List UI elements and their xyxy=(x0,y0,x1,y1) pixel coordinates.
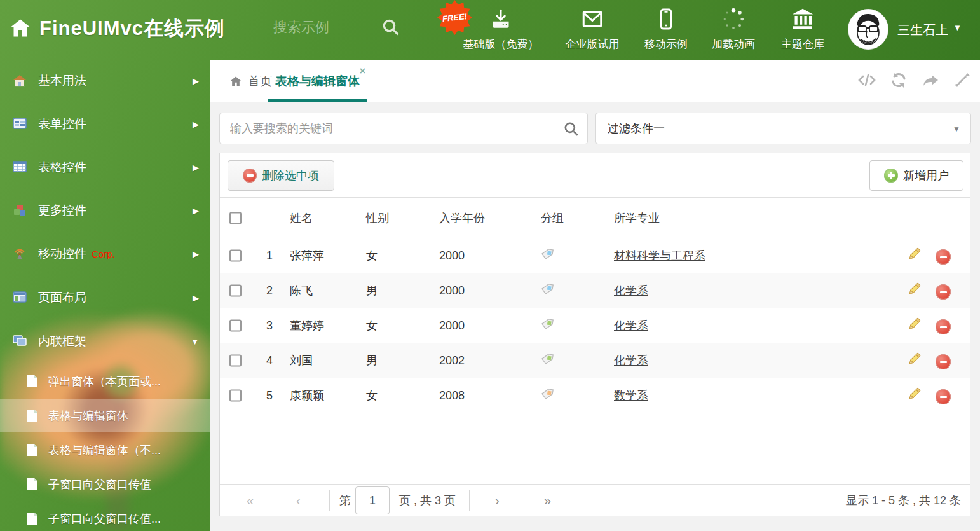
delete-button[interactable] xyxy=(936,353,951,368)
nav-item-theme-repo[interactable]: 主题仓库 xyxy=(755,6,850,52)
row-checkbox[interactable] xyxy=(229,320,242,332)
major-link[interactable]: 化学系 xyxy=(614,319,648,332)
source-code-icon[interactable] xyxy=(858,71,876,90)
sidebar-subitem-grid-edit-window-2[interactable]: 表格与编辑窗体（不... xyxy=(0,433,210,467)
row-checkbox[interactable] xyxy=(229,285,242,297)
sidebar-item-label: 表格控件 xyxy=(38,159,86,176)
delete-button[interactable] xyxy=(936,318,951,333)
user-dropdown-caret-icon[interactable]: ▼ xyxy=(953,23,962,32)
avatar[interactable] xyxy=(848,9,888,50)
sidebar-item-form-controls[interactable]: 表单控件 ▶ xyxy=(0,109,210,139)
grid-toolbar: 删除选中项 新增用户 xyxy=(220,153,970,198)
edit-button[interactable] xyxy=(906,282,922,300)
cubes-icon xyxy=(13,204,27,217)
cell-year: 2000 xyxy=(439,319,465,333)
top-header: FineUIMvc在线示例 FREE! 基础版（免费） 企业版试用 移动示例 xyxy=(0,0,980,60)
chevron-right-icon: ▶ xyxy=(193,163,199,172)
nav-label: 基础版（免费） xyxy=(453,37,548,52)
sidebar-subitem-child-to-parent-2[interactable]: 子窗口向父窗口传值... xyxy=(0,502,210,531)
column-header-gender[interactable]: 性别 xyxy=(366,210,389,226)
table-row: 2 陈飞 男 2000 化学系 xyxy=(220,273,970,308)
sidebar-subitem-grid-edit-window[interactable]: 表格与编辑窗体 xyxy=(0,399,210,432)
sidebar-item-more-controls[interactable]: 更多控件 ▶ xyxy=(0,195,210,226)
major-link[interactable]: 数学系 xyxy=(614,389,648,402)
last-page-button[interactable]: » xyxy=(544,493,551,507)
row-checkbox[interactable] xyxy=(229,355,242,367)
layout-icon xyxy=(13,291,27,304)
column-header-name[interactable]: 姓名 xyxy=(290,210,313,226)
cell-name: 陈飞 xyxy=(290,283,313,298)
page-number-input[interactable] xyxy=(355,486,390,514)
row-checkbox[interactable] xyxy=(229,250,242,262)
major-link[interactable]: 化学系 xyxy=(614,354,648,367)
minus-circle-icon xyxy=(936,249,951,265)
tag-icon xyxy=(541,318,554,334)
tag-icon xyxy=(541,388,554,404)
minus-circle-icon xyxy=(936,354,951,369)
refresh-icon[interactable] xyxy=(890,71,908,90)
header-search-icon[interactable] xyxy=(381,18,400,39)
row-index: 4 xyxy=(266,354,273,368)
column-header-year[interactable]: 入学年份 xyxy=(439,210,485,226)
delete-button[interactable] xyxy=(936,283,951,298)
delete-selected-button[interactable]: 删除选中项 xyxy=(228,160,334,191)
tab-close-icon[interactable]: × xyxy=(360,66,365,77)
column-header-major[interactable]: 所学专业 xyxy=(614,210,660,226)
major-link[interactable]: 化学系 xyxy=(614,284,648,297)
main-content: 首页 表格与编辑窗体 × 过滤条件一 ▼ xyxy=(210,60,980,531)
major-link[interactable]: 材料科学与工程系 xyxy=(614,249,705,262)
tab-bar: 首页 表格与编辑窗体 × xyxy=(210,60,980,102)
select-all-checkbox[interactable] xyxy=(229,212,242,224)
delete-button[interactable] xyxy=(936,388,951,403)
sidebar-item-mobile-controls[interactable]: 移动控件 Corp. ▶ xyxy=(0,238,210,269)
edit-button[interactable] xyxy=(906,317,922,335)
sidebar-item-iframe[interactable]: 内联框架 ▼ xyxy=(0,326,210,357)
prev-page-button[interactable]: ‹ xyxy=(296,493,301,507)
delete-button[interactable] xyxy=(936,248,951,263)
search-icon[interactable] xyxy=(563,121,580,140)
row-checkbox[interactable] xyxy=(229,390,242,402)
next-page-button[interactable]: › xyxy=(495,493,500,507)
home-logo-icon[interactable] xyxy=(9,17,32,42)
nav-item-basic-free[interactable]: 基础版（免费） xyxy=(453,6,548,52)
edit-button[interactable] xyxy=(906,247,922,265)
cell-name: 张萍萍 xyxy=(290,248,324,263)
expand-icon[interactable] xyxy=(953,71,971,90)
sidebar-item-label: 内联框架 xyxy=(38,333,86,350)
first-page-button[interactable]: « xyxy=(247,493,254,507)
sidebar-item-page-layout[interactable]: 页面布局 ▶ xyxy=(0,282,210,313)
page-suffix-label: 页 , 共 3 页 xyxy=(399,493,456,508)
chevron-right-icon: ▶ xyxy=(193,206,199,216)
minus-circle-icon xyxy=(936,389,951,404)
add-user-button[interactable]: 新增用户 xyxy=(869,160,963,191)
sidebar-item-label: 移动控件 xyxy=(38,245,86,262)
table-icon xyxy=(13,161,27,174)
filter-dropdown[interactable]: 过滤条件一 ▼ xyxy=(595,113,971,144)
header-search-input[interactable] xyxy=(273,19,375,36)
column-header-group[interactable]: 分组 xyxy=(541,210,564,226)
pagination-bar: « ‹ 第 页 , 共 3 页 › » 显示 1 - 5 条 , 共 12 条 xyxy=(220,484,970,516)
row-index: 5 xyxy=(266,389,273,403)
keyword-search-input[interactable] xyxy=(230,113,554,144)
sidebar-subitem-child-to-parent[interactable]: 子窗口向父窗口传值 xyxy=(0,467,210,501)
file-icon xyxy=(27,443,38,457)
username[interactable]: 三生石上 xyxy=(897,22,948,39)
cell-name: 刘国 xyxy=(290,353,313,368)
sidebar-item-label: 基本用法 xyxy=(38,72,86,89)
sidebar-subitem-popup-window[interactable]: 弹出窗体（本页面或... xyxy=(0,364,210,398)
table-row: 3 董婷婷 女 2000 化学系 xyxy=(220,308,970,343)
cell-year: 2000 xyxy=(439,249,465,263)
sidebar-subitem-label: 表格与编辑窗体（不... xyxy=(48,443,161,458)
cell-gender: 女 xyxy=(366,318,378,333)
sidebar-item-basic-usage[interactable]: 基本用法 ▶ xyxy=(0,66,210,96)
row-index: 1 xyxy=(266,249,273,263)
edit-button[interactable] xyxy=(906,387,922,405)
chevron-down-icon: ▼ xyxy=(191,337,199,347)
sidebar-item-grid-controls[interactable]: 表格控件 ▶ xyxy=(0,152,210,183)
cell-year: 2008 xyxy=(439,389,465,403)
tab-grid-edit-window[interactable]: 表格与编辑窗体 × xyxy=(268,60,367,102)
minus-circle-icon xyxy=(243,169,257,183)
edit-button[interactable] xyxy=(906,352,922,370)
chevron-right-icon: ▶ xyxy=(193,76,199,86)
share-icon[interactable] xyxy=(922,71,939,90)
